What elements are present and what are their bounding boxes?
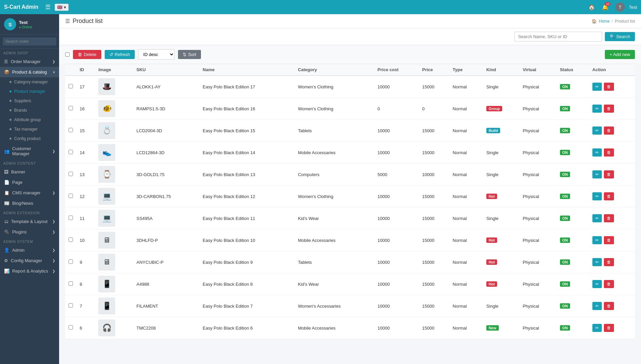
sort-button[interactable]: ⇅ Sort [178, 50, 201, 59]
search-order-input[interactable] [3, 37, 56, 46]
delete-row-button[interactable]: 🗑 [604, 105, 614, 113]
product-image: 🖥 [98, 232, 115, 249]
sidebar-item-attribute-group[interactable]: Attribute group [0, 115, 59, 124]
row-category: Mobile Accessaries [294, 229, 374, 251]
notification-bell-icon[interactable]: 🔔 10 [602, 4, 609, 10]
chevron-right-icon: ❯ [52, 259, 55, 262]
edit-button[interactable]: ✏ [592, 105, 602, 113]
row-price-cost: 10000 [374, 317, 419, 339]
sidebar-item-config-manager[interactable]: ⚙ Config Manager ❯ [0, 255, 59, 266]
refresh-button[interactable]: ↺ Refresh [105, 50, 135, 59]
sidebar-item-suppliers[interactable]: Suppliers [0, 96, 59, 106]
sidebar-item-blog-news[interactable]: 📰 Blog/News [0, 198, 59, 208]
hamburger-icon[interactable]: ☰ [45, 3, 51, 11]
kind-badge: Build [486, 128, 501, 133]
sidebar-item-banner[interactable]: 🖼 Banner [0, 167, 59, 177]
row-checkbox[interactable] [69, 150, 73, 154]
select-all-checkbox[interactable] [65, 52, 70, 57]
row-checkbox[interactable] [69, 216, 73, 220]
row-checkbox[interactable] [69, 84, 73, 88]
delete-row-button[interactable]: 🗑 [604, 170, 614, 178]
sidebar-item-product-catalog[interactable]: 📦 Product & catalog ∨ [0, 67, 59, 77]
delete-button[interactable]: 🗑 Delete [73, 50, 101, 59]
delete-row-button[interactable]: 🗑 [604, 280, 614, 288]
row-checkbox[interactable] [69, 128, 73, 132]
edit-button[interactable]: ✏ [592, 324, 602, 332]
row-checkbox-cell [65, 164, 76, 186]
row-checkbox[interactable] [69, 303, 73, 308]
product-image: ⌚ [98, 166, 115, 183]
row-checkbox[interactable] [69, 194, 73, 198]
delete-row-button[interactable]: 🗑 [604, 236, 614, 244]
language-selector[interactable]: 🇬🇧 ▾ [55, 4, 69, 11]
row-status: ON [557, 186, 589, 207]
sidebar-item-product-manager[interactable]: Product manager [0, 87, 59, 96]
row-action: ✏ 🗑 [589, 120, 635, 142]
edit-button[interactable]: ✏ [592, 214, 602, 222]
breadcrumb-home-link[interactable]: Home [599, 19, 610, 24]
edit-button[interactable]: ✏ [592, 127, 602, 135]
row-virtual: Physical [519, 273, 557, 295]
product-image: 🎧 [98, 319, 115, 336]
table-header-checkbox [65, 64, 76, 76]
delete-row-button[interactable]: 🗑 [604, 148, 614, 157]
delete-row-button[interactable]: 🗑 [604, 302, 614, 310]
sidebar-item-admin[interactable]: 👤 Admin ❯ [0, 245, 59, 255]
table-row: 12 💻 3D-CARBON1.75 Easy Polo Black Editi… [65, 186, 635, 207]
sidebar-item-category-manager[interactable]: Category manager [0, 77, 59, 87]
delete-row-button[interactable]: 🗑 [604, 127, 614, 135]
product-image: 📱 [98, 276, 115, 292]
table-row: 7 📱 FILAMENT Easy Polo Black Edition 7 W… [65, 295, 635, 317]
row-checkbox[interactable] [69, 172, 73, 176]
delete-row-button[interactable]: 🗑 [604, 214, 614, 222]
row-price-cost: 5000 [374, 164, 419, 186]
edit-button[interactable]: ✏ [592, 170, 602, 178]
row-sku: SS495A [133, 207, 199, 229]
sidebar-item-config-product[interactable]: Config product [0, 134, 59, 143]
search-name-sku-id-input[interactable] [514, 32, 602, 41]
delete-row-button[interactable]: 🗑 [604, 258, 614, 266]
status-badge: ON [560, 281, 570, 287]
edit-button[interactable]: ✏ [592, 280, 602, 288]
banner-icon: 🖼 [4, 169, 8, 174]
sidebar-item-tax-manager[interactable]: Tax manager [0, 124, 59, 134]
row-checkbox[interactable] [69, 259, 73, 264]
user-avatar[interactable]: T [615, 2, 625, 12]
delete-row-button[interactable]: 🗑 [604, 83, 614, 91]
sidebar-item-report-analytics[interactable]: 📊 Report & Analytics ❯ [0, 266, 59, 276]
sidebar-item-page[interactable]: 📄 Page [0, 177, 59, 188]
sidebar-item-template-layout[interactable]: 🗂 Template & Layout ❯ [0, 216, 59, 227]
sort-select[interactable]: ID desc ID asc Name asc Name desc [138, 49, 175, 60]
row-status: ON [557, 207, 589, 229]
row-category: Kid's Wear [294, 207, 374, 229]
chevron-right-icon: ❯ [52, 149, 55, 153]
search-button[interactable]: 🔍 Search [605, 32, 635, 41]
sidebar-item-label: Config product [14, 136, 41, 141]
edit-button[interactable]: ✏ [592, 258, 602, 266]
edit-button[interactable]: ✏ [592, 148, 602, 157]
row-checkbox[interactable] [69, 237, 73, 242]
row-price: 15000 [419, 317, 449, 339]
sidebar-item-cms-manager[interactable]: 📋 CMS manager ❯ [0, 188, 59, 198]
row-checkbox[interactable] [69, 325, 73, 330]
edit-button[interactable]: ✏ [592, 192, 602, 200]
row-kind: Hot [483, 186, 519, 207]
search-icon: 🔍 [610, 34, 615, 39]
row-virtual: Physical [519, 142, 557, 164]
edit-button[interactable]: ✏ [592, 302, 602, 310]
sidebar-item-brands[interactable]: Brands [0, 106, 59, 115]
add-new-button[interactable]: + Add new [605, 50, 635, 59]
row-price-cost: 10000 [374, 120, 419, 142]
sidebar-item-order-manager[interactable]: ☰ Order Manager ❯ [0, 56, 59, 67]
sidebar-item-plugins[interactable]: 🔌 Plugins ❯ [0, 227, 59, 237]
delete-row-button[interactable]: 🗑 [604, 192, 614, 200]
row-price-cost: 10000 [374, 207, 419, 229]
sidebar-item-customer-manager[interactable]: 👥 Customer Manager ❯ [0, 143, 59, 159]
row-checkbox[interactable] [69, 106, 73, 110]
home-nav-icon[interactable]: 🏠 [588, 4, 595, 10]
delete-row-button[interactable]: 🗑 [604, 324, 614, 332]
row-checkbox[interactable] [69, 281, 73, 286]
edit-button[interactable]: ✏ [592, 236, 602, 244]
edit-button[interactable]: ✏ [592, 83, 602, 91]
row-price: 15000 [419, 273, 449, 295]
